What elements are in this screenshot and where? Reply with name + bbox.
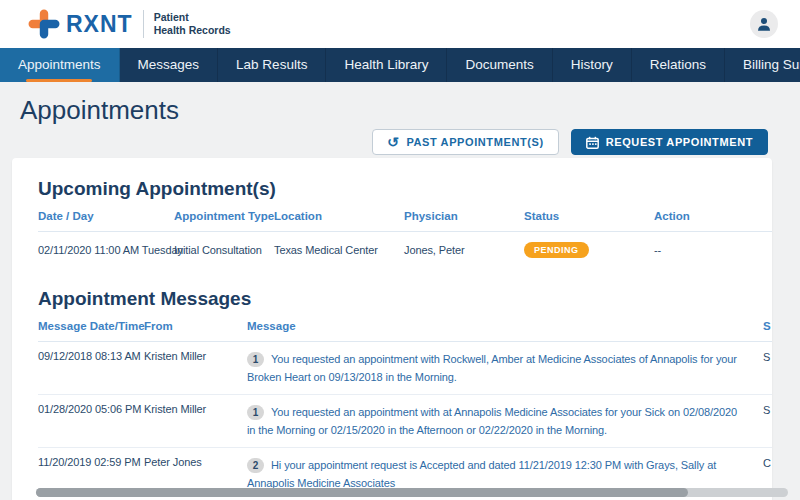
tab-history[interactable]: History: [553, 48, 632, 82]
upcoming-heading: Upcoming Appointment(s): [38, 178, 772, 200]
message-text-cell: 2Hi your appointment request is Accepted…: [247, 456, 747, 492]
page-title: Appointments: [0, 82, 800, 126]
message-row: 09/12/2018 08:13 AM Kristen Miller 1You …: [38, 342, 772, 395]
horizontal-scrollbar[interactable]: [36, 488, 788, 497]
appointment-type: Initial Consultation: [174, 244, 274, 256]
col-message[interactable]: Message: [247, 320, 747, 332]
history-icon: ↺: [387, 135, 399, 149]
message-text: Hi your appointment request is Accepted …: [247, 459, 716, 489]
status-cell: PENDING: [524, 242, 654, 258]
message-text: You requested an appointment with at Ann…: [247, 406, 737, 436]
messages-heading: Appointment Messages: [38, 288, 772, 310]
col-action[interactable]: Action: [654, 210, 744, 222]
message-from: Kristen Miller: [144, 350, 247, 386]
col-message-datetime[interactable]: Message Date/Time: [38, 320, 144, 332]
user-avatar-icon: [755, 15, 773, 33]
tagline-line2: Health Records: [154, 24, 231, 37]
content-card: Upcoming Appointment(s) Date / Day Appoi…: [12, 158, 772, 500]
messages-header-row: Message Date/Time From Message S: [38, 320, 772, 342]
message-count-badge: 1: [247, 352, 264, 367]
col-status-clipped: S: [763, 320, 771, 332]
status-badge: PENDING: [524, 242, 589, 258]
appointment-action: --: [654, 244, 744, 256]
past-appointments-button[interactable]: ↺ PAST APPOINTMENT(S): [372, 129, 559, 155]
message-text: You requested an appointment with Rockwe…: [247, 353, 737, 383]
page-actions: ↺ PAST APPOINTMENT(S) REQUEST APPOINTMEN…: [372, 129, 768, 155]
tab-health-library[interactable]: Health Library: [326, 48, 447, 82]
message-status-clipped: S: [763, 351, 770, 363]
past-appointments-label: PAST APPOINTMENT(S): [406, 136, 543, 148]
tab-messages[interactable]: Messages: [120, 48, 219, 82]
message-datetime: 01/28/2020 05:06 PM: [38, 403, 144, 439]
app-header: RXNT Patient Health Records: [0, 0, 800, 48]
tab-billing-summary[interactable]: Billing Summary: [725, 48, 800, 82]
horizontal-scrollbar-thumb[interactable]: [36, 488, 688, 497]
tab-appointments[interactable]: Appointments: [0, 48, 120, 82]
appointment-physician: Jones, Peter: [404, 244, 524, 256]
message-text-cell: 1You requested an appointment with Rockw…: [247, 350, 747, 386]
message-status-clipped: S: [763, 404, 770, 416]
upcoming-header-row: Date / Day Appointment Type Location Phy…: [38, 210, 772, 232]
appointment-date: 02/11/2020 11:00 AM Tuesday: [38, 244, 174, 256]
col-appointment-type[interactable]: Appointment Type: [174, 210, 274, 222]
message-from: Kristen Miller: [144, 403, 247, 439]
message-text-cell: 1You requested an appointment with at An…: [247, 403, 747, 439]
upcoming-row: 02/11/2020 11:00 AM Tuesday Initial Cons…: [38, 232, 772, 268]
appointment-location: Texas Medical Center: [274, 244, 404, 256]
tab-relations[interactable]: Relations: [632, 48, 725, 82]
col-from[interactable]: From: [144, 320, 247, 332]
rxnt-cross-icon: [28, 9, 60, 39]
message-count-badge: 2: [247, 458, 264, 473]
brand-tagline: Patient Health Records: [154, 11, 231, 37]
request-appointment-button[interactable]: REQUEST APPOINTMENT: [571, 129, 768, 155]
brand-divider: [143, 10, 144, 38]
calendar-icon: [586, 136, 599, 149]
brand-name: RXNT: [66, 11, 133, 38]
col-location[interactable]: Location: [274, 210, 404, 222]
main-nav: Appointments Messages Lab Results Health…: [0, 48, 800, 82]
rxnt-logo[interactable]: RXNT Patient Health Records: [28, 9, 231, 39]
message-count-badge: 1: [247, 405, 264, 420]
col-date-day[interactable]: Date / Day: [38, 210, 174, 222]
message-datetime: 09/12/2018 08:13 AM: [38, 350, 144, 386]
col-status[interactable]: Status: [524, 210, 654, 222]
tagline-line1: Patient: [154, 11, 231, 24]
message-row: 01/28/2020 05:06 PM Kristen Miller 1You …: [38, 395, 772, 448]
tab-documents[interactable]: Documents: [447, 48, 552, 82]
message-datetime: 11/20/2019 02:59 PM: [38, 456, 144, 492]
messages-table: Message Date/Time From Message S 09/12/2…: [38, 320, 772, 500]
col-physician[interactable]: Physician: [404, 210, 524, 222]
user-menu-button[interactable]: [750, 10, 778, 38]
messages-section: Appointment Messages Message Date/Time F…: [38, 288, 772, 500]
message-from: Peter Jones: [144, 456, 247, 492]
request-appointment-label: REQUEST APPOINTMENT: [606, 136, 753, 148]
upcoming-table: Date / Day Appointment Type Location Phy…: [38, 210, 772, 268]
tab-lab-results[interactable]: Lab Results: [218, 48, 326, 82]
message-status-clipped: C: [763, 457, 771, 469]
